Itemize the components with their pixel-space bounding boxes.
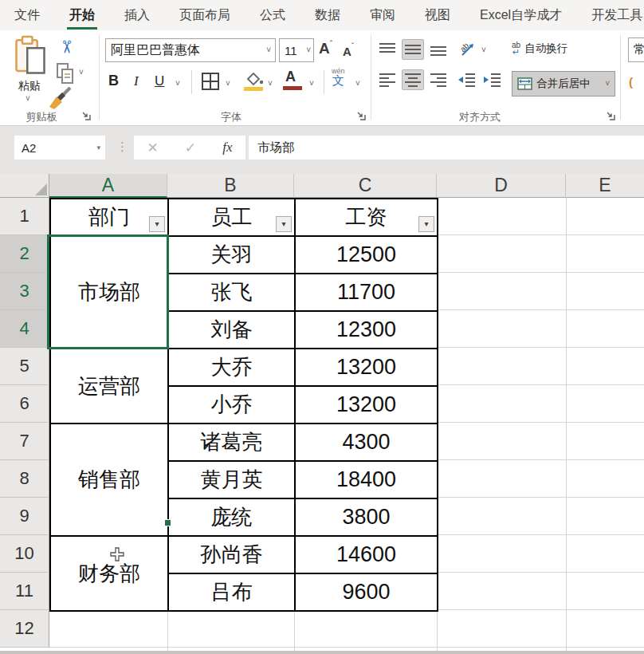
row-header-2[interactable]: 2 [0, 235, 49, 273]
merge-dropdown-chevron[interactable]: ˅ [605, 80, 610, 88]
salary-cell[interactable]: 9600 [296, 574, 438, 612]
align-right-button[interactable] [427, 69, 450, 90]
formula-input[interactable]: 市场部 [249, 136, 644, 160]
increase-indent-button[interactable] [483, 72, 502, 88]
row-header-6[interactable]: 6 [0, 385, 49, 423]
column-header-B[interactable]: B [167, 174, 294, 198]
employee-cell[interactable]: 吕布 [169, 574, 296, 612]
clipboard-dialog-launcher-icon[interactable] [81, 111, 92, 121]
bold-button[interactable]: B [108, 73, 119, 89]
font-color-button[interactable]: A [285, 69, 296, 85]
copy-button[interactable] [56, 62, 75, 85]
salary-cell[interactable]: 13200 [296, 387, 438, 424]
merge-and-center-button[interactable]: 合并后居中 ˅ [512, 71, 615, 97]
fill-color-dropdown-chevron[interactable]: ˅ [268, 80, 273, 88]
align-center-button[interactable] [402, 69, 424, 90]
salary-cell[interactable]: 11700 [296, 274, 438, 312]
column-header-D[interactable]: D [437, 174, 566, 198]
insert-function-icon[interactable]: fx [222, 140, 232, 156]
name-box-dropdown-icon[interactable]: ▾ [92, 144, 105, 152]
formula-bar-grip[interactable]: ⋮ [116, 140, 127, 154]
row-header-8[interactable]: 8 [0, 460, 49, 498]
employee-cell[interactable]: 庞统 [169, 499, 296, 537]
merged-dept-cell[interactable]: 运营部 [51, 349, 169, 424]
italic-button[interactable]: I [134, 73, 139, 89]
row-header-3[interactable]: 3 [0, 273, 49, 310]
tab-page-layout[interactable]: 页面布局 [179, 7, 230, 24]
salary-cell[interactable]: 18400 [296, 462, 438, 499]
phonetic-dropdown-chevron[interactable]: ˅ [355, 80, 360, 88]
row-header-9[interactable]: 9 [0, 498, 49, 535]
tab-insert[interactable]: 插入 [124, 7, 150, 24]
fill-color-button[interactable] [244, 72, 265, 86]
alignment-dialog-launcher-icon[interactable] [606, 111, 616, 121]
increase-font-size-button[interactable]: Aˆ [319, 40, 332, 57]
font-size-combobox[interactable]: 11 ˅ [279, 38, 314, 62]
copy-dropdown-chevron[interactable]: ˅ [79, 69, 84, 77]
merged-dept-cell[interactable]: 市场部 [51, 237, 169, 349]
row-header-4[interactable]: 4 [0, 310, 49, 348]
paste-button[interactable] [14, 35, 46, 75]
header-cell-employee[interactable]: 员工 ▾ [169, 199, 296, 237]
align-left-button[interactable] [376, 69, 399, 90]
employee-cell[interactable]: 大乔 [169, 349, 296, 387]
font-name-combobox[interactable]: 阿里巴巴普惠体 ˅ [105, 38, 276, 62]
row-header-1[interactable]: 1 [0, 198, 49, 235]
align-bottom-button[interactable] [427, 39, 450, 60]
employee-cell[interactable]: 孙尚香 [169, 537, 296, 574]
salary-cell[interactable]: 4300 [296, 424, 438, 462]
row-header-10[interactable]: 10 [0, 535, 49, 573]
tab-developer[interactable]: 开发工具 [591, 7, 642, 24]
salary-cell[interactable]: 13200 [296, 349, 438, 387]
tab-formulas[interactable]: 公式 [260, 7, 285, 24]
borders-button[interactable] [201, 72, 220, 91]
filter-button[interactable]: ▾ [276, 216, 292, 232]
header-cell-salary[interactable]: 工资 ▾ [296, 199, 438, 237]
decrease-indent-button[interactable] [457, 72, 477, 88]
format-painter-button[interactable] [48, 86, 73, 110]
align-top-button[interactable] [376, 39, 399, 60]
underline-button[interactable]: U [155, 73, 164, 89]
tab-data[interactable]: 数据 [315, 7, 340, 24]
employee-cell[interactable]: 关羽 [169, 237, 296, 274]
tab-file[interactable]: 文件 [14, 7, 40, 24]
tab-excel-self-study[interactable]: Excel自学成才 [480, 7, 562, 24]
employee-cell[interactable]: 张飞 [169, 274, 296, 312]
cancel-icon[interactable]: ✕ [147, 140, 159, 156]
tab-home[interactable]: 开始 [69, 7, 95, 24]
wrap-text-button[interactable]: ab ↵ 自动换行 [512, 41, 567, 56]
tab-review[interactable]: 审阅 [370, 7, 395, 24]
row-header-11[interactable]: 11 [0, 573, 49, 610]
cut-button[interactable]: ✂ [56, 40, 77, 54]
align-middle-button[interactable] [402, 39, 424, 60]
row-header-7[interactable]: 7 [0, 423, 49, 460]
salary-cell[interactable]: 12300 [296, 312, 438, 349]
salary-cell[interactable]: 3800 [296, 499, 438, 537]
paste-dropdown-chevron[interactable]: ˅ [26, 95, 30, 103]
salary-cell[interactable]: 12500 [296, 237, 438, 274]
enter-icon[interactable]: ✓ [185, 140, 196, 156]
accounting-format-icon[interactable]: ( [629, 75, 633, 89]
font-color-dropdown-chevron[interactable]: ˅ [309, 80, 314, 88]
column-header-E[interactable]: E [566, 174, 644, 198]
header-cell-dept[interactable]: 部门 ▾ [51, 199, 169, 237]
borders-dropdown-chevron[interactable]: ˅ [226, 80, 230, 88]
underline-dropdown-chevron[interactable]: ˅ [175, 80, 180, 88]
column-header-A[interactable]: A [49, 174, 167, 198]
tab-view[interactable]: 视图 [425, 7, 450, 24]
salary-cell[interactable]: 14600 [296, 537, 438, 574]
employee-cell[interactable]: 黄月英 [169, 462, 296, 499]
name-box[interactable]: A2 ▾ [14, 136, 105, 160]
fill-handle[interactable] [164, 519, 171, 526]
phonetic-guide-button[interactable]: wén 文 [332, 68, 345, 87]
row-header-5[interactable]: 5 [0, 348, 49, 385]
employee-cell[interactable]: 小乔 [169, 387, 296, 424]
number-format-combobox[interactable]: 常 [628, 37, 644, 62]
select-all-corner[interactable] [0, 174, 49, 198]
employee-cell[interactable]: 刘备 [169, 312, 296, 349]
orientation-dropdown-chevron[interactable]: ˅ [481, 46, 486, 54]
row-header-12[interactable]: 12 [0, 610, 49, 648]
merged-dept-cell[interactable]: 销售部 [51, 424, 169, 537]
font-dialog-launcher-icon[interactable] [356, 111, 367, 121]
filter-button[interactable]: ▾ [418, 216, 434, 232]
